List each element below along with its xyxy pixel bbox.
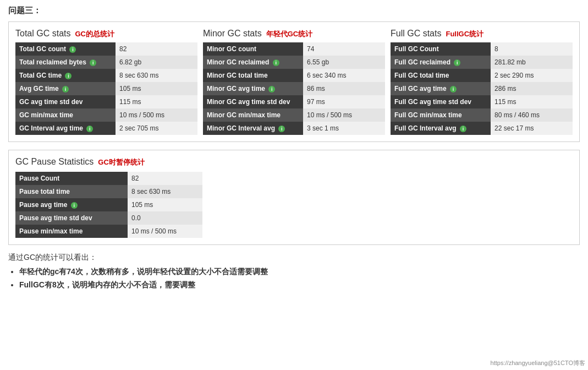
row-key: Minor GC total time [203, 69, 303, 82]
table-row: Minor GC total time 6 sec 340 ms [203, 69, 385, 82]
gc-pause-subtitle: GC时暂停统计 [98, 157, 145, 167]
row-val: 80 ms / 460 ms [491, 108, 573, 122]
table-row: Pause Count 82 [15, 172, 202, 185]
gc-three-cols: Total GC stats GC的总统计 Total GC count i 8… [15, 29, 573, 135]
row-key: Full GC total time [391, 69, 491, 82]
table-row: GC Interval avg time i 2 sec 705 ms [15, 122, 197, 135]
row-key: Total GC count i [15, 42, 116, 56]
info-icon[interactable]: i [62, 86, 69, 92]
summary-bullets: 年轻代的gc有74次，次数稍有多，说明年轻代设置的大小不合适需要调整 FullG… [19, 267, 580, 290]
table-row: Full GC avg time i 286 ms [391, 82, 573, 95]
row-val: 3 sec 1 ms [303, 122, 385, 135]
row-val: 281.82 mb [491, 56, 573, 69]
table-row: Pause avg time std dev 0.0 [15, 211, 202, 225]
table-row: Total GC time i 8 sec 630 ms [15, 69, 197, 82]
table-row: Pause min/max time 10 ms / 500 ms [15, 225, 202, 238]
row-val: 8 [491, 42, 573, 56]
row-key: Pause min/max time [15, 225, 128, 238]
row-key: Minor GC reclaimed i [203, 56, 303, 69]
full-gc-title: Full GC stats [391, 29, 441, 39]
row-key: Minor GC min/max time [203, 108, 303, 122]
row-val: 6 sec 340 ms [303, 69, 385, 82]
table-row: Full GC Count 8 [391, 42, 573, 56]
info-icon[interactable]: i [90, 59, 96, 66]
row-val: 8 sec 630 ms [128, 185, 202, 198]
table-row: Total reclaimed bytes i 6.82 gb [15, 56, 197, 69]
row-val: 86 ms [303, 82, 385, 95]
table-row: Minor GC avg time i 86 ms [203, 82, 385, 95]
info-icon[interactable]: i [65, 73, 72, 79]
info-icon[interactable]: i [273, 59, 279, 66]
row-key: Full GC min/max time [391, 108, 491, 122]
row-val: 286 ms [491, 82, 573, 95]
table-row: Total GC count i 82 [15, 42, 197, 56]
info-icon[interactable]: i [460, 126, 466, 132]
row-val: 0.0 [128, 211, 202, 225]
row-val: 2 sec 705 ms [116, 122, 197, 135]
row-val: 2 sec 290 ms [491, 69, 573, 82]
row-key: GC Interval avg time i [15, 122, 116, 135]
info-icon[interactable]: i [71, 202, 78, 209]
table-row: Full GC min/max time 80 ms / 460 ms [391, 108, 573, 122]
row-val: 115 ms [491, 95, 573, 108]
table-row: GC min/max time 10 ms / 500 ms [15, 108, 197, 122]
full-gc-col: Full GC stats FullGC统计 Full GC Count 8 F… [391, 29, 573, 135]
table-row: Minor GC avg time std dev 97 ms [203, 95, 385, 108]
row-val: 6.82 gb [116, 56, 197, 69]
row-val: 10 ms / 500 ms [128, 225, 202, 238]
table-row: Pause avg time i 105 ms [15, 198, 202, 211]
row-key: Full GC reclaimed i [391, 56, 491, 69]
row-val: 8 sec 630 ms [116, 69, 197, 82]
row-key: Full GC avg time i [391, 82, 491, 95]
info-icon[interactable]: i [450, 86, 457, 92]
minor-gc-col: Minor GC stats 年轻代GC统计 Minor GC count 74… [203, 29, 385, 135]
minor-gc-header: Minor GC stats 年轻代GC统计 [203, 29, 385, 39]
total-gc-title: Total GC stats [15, 29, 70, 39]
row-val: 105 ms [116, 82, 197, 95]
row-key: GC min/max time [15, 108, 116, 122]
info-icon[interactable]: i [278, 126, 285, 132]
total-gc-subtitle: GC的总统计 [75, 29, 114, 39]
gc-pause-panel: GC Pause Statistics GC时暂停统计 Pause Count … [8, 150, 580, 245]
row-key: Full GC Interval avg i [391, 122, 491, 135]
question-title: 问题三： [8, 6, 580, 16]
summary-intro: 通过GC的统计可以看出： [8, 253, 580, 263]
info-icon[interactable]: i [69, 46, 76, 53]
row-val: 115 ms [116, 95, 197, 108]
gc-pause-title: GC Pause Statistics [15, 157, 94, 167]
total-gc-header: Total GC stats GC的总统计 [15, 29, 197, 39]
minor-gc-title: Minor GC stats [203, 29, 262, 39]
table-row: Minor GC min/max time 10 ms / 500 ms [203, 108, 385, 122]
table-row: Avg GC time i 105 ms [15, 82, 197, 95]
table-row: Full GC total time 2 sec 290 ms [391, 69, 573, 82]
table-row: Full GC reclaimed i 281.82 mb [391, 56, 573, 69]
gc-stats-panel: Total GC stats GC的总统计 Total GC count i 8… [8, 21, 580, 142]
total-gc-col: Total GC stats GC的总统计 Total GC count i 8… [15, 29, 197, 135]
row-key: Full GC Count [391, 42, 491, 56]
row-key: Minor GC count [203, 42, 303, 56]
info-icon[interactable]: i [454, 59, 460, 66]
row-key: Minor GC avg time i [203, 82, 303, 95]
list-item: 年轻代的gc有74次，次数稍有多，说明年轻代设置的大小不合适需要调整 [19, 267, 580, 277]
row-val: 82 [116, 42, 197, 56]
row-key: Total GC time i [15, 69, 116, 82]
table-row: GC avg time std dev 115 ms [15, 95, 197, 108]
info-icon[interactable]: i [268, 86, 275, 92]
row-val: 74 [303, 42, 385, 56]
total-gc-table: Total GC count i 82 Total reclaimed byte… [15, 42, 197, 135]
row-val: 22 sec 17 ms [491, 122, 573, 135]
gc-pause-header: GC Pause Statistics GC时暂停统计 [15, 157, 573, 167]
row-val: 105 ms [128, 198, 202, 211]
table-row: Minor GC count 74 [203, 42, 385, 56]
row-key: Minor GC avg time std dev [203, 95, 303, 108]
info-icon[interactable]: i [86, 126, 93, 132]
row-val: 82 [128, 172, 202, 185]
row-key: Full GC avg time std dev [391, 95, 491, 108]
row-val: 6.55 gb [303, 56, 385, 69]
row-val: 97 ms [303, 95, 385, 108]
table-row: Minor GC Interval avg i 3 sec 1 ms [203, 122, 385, 135]
full-gc-table: Full GC Count 8 Full GC reclaimed i 281.… [391, 42, 573, 135]
row-key: Total reclaimed bytes i [15, 56, 116, 69]
row-key: Pause avg time i [15, 198, 128, 211]
full-gc-header: Full GC stats FullGC统计 [391, 29, 573, 39]
